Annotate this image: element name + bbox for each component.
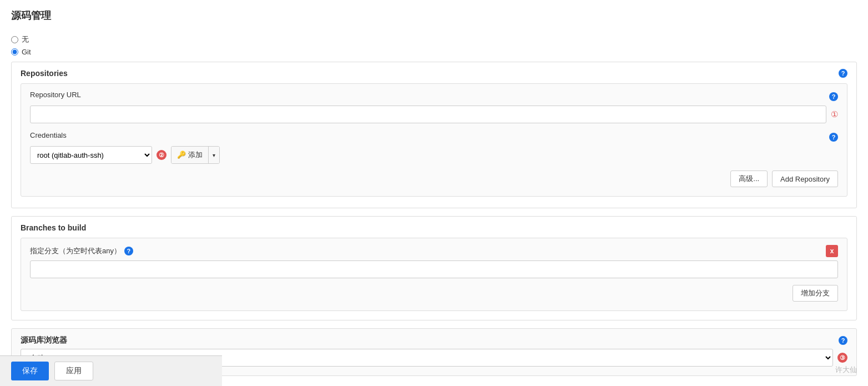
branch-field-header: 指定分支（为空时代表any） ? x xyxy=(30,245,838,257)
branches-label: Branches to build xyxy=(21,223,86,232)
add-branch-button[interactable]: 增加分支 xyxy=(793,285,838,302)
add-credentials-button[interactable]: 🔑 添加 ▾ xyxy=(171,146,220,164)
branch-label-row: 指定分支（为空时代表any） ? xyxy=(30,246,133,256)
branch-help-icon[interactable]: ? xyxy=(124,247,133,255)
advanced-button[interactable]: 高级... xyxy=(730,171,768,187)
source-browser-header: 源码库浏览器 ? xyxy=(21,335,847,345)
add-repository-button[interactable]: Add Repository xyxy=(772,171,838,187)
repositories-section: Repositories ? Repository URL ? git@192.… xyxy=(11,62,857,208)
radio-none[interactable]: 无 xyxy=(11,34,857,44)
page-wrapper: 源码管理 无 Git Repositories ? Repository URL… xyxy=(0,0,868,386)
apply-button[interactable]: 应用 xyxy=(54,362,93,380)
scm-radio-group: 无 Git xyxy=(11,34,857,56)
repo-url-help-icon[interactable]: ? xyxy=(829,92,838,101)
credentials-select[interactable]: root (qitlab-auth-ssh) - 无 - xyxy=(30,146,152,164)
repo-buttons-row: 高级... Add Repository xyxy=(30,171,838,187)
add-branch-row: 增加分支 xyxy=(30,285,838,302)
credentials-row: root (qitlab-auth-ssh) - 无 - ② 🔑 添加 ▾ xyxy=(30,146,838,164)
credentials-label: Credentials xyxy=(30,131,67,139)
branch-input[interactable]: */master xyxy=(30,260,838,278)
radio-git-label: Git xyxy=(22,48,31,56)
branches-header: Branches to build xyxy=(21,223,847,232)
save-button[interactable]: 保存 xyxy=(11,362,49,380)
repo-url-label: Repository URL xyxy=(30,91,81,99)
add-credentials-main[interactable]: 🔑 添加 xyxy=(171,147,209,163)
repo-url-input[interactable]: git@192.168.18.100:develop_group/springb… xyxy=(30,106,826,123)
radio-none-input[interactable] xyxy=(11,36,18,43)
radio-none-label: 无 xyxy=(22,34,29,44)
repositories-help-icon[interactable]: ? xyxy=(839,69,847,78)
source-browser-label: 源码库浏览器 xyxy=(21,335,67,345)
branches-section: Branches to build 指定分支（为空时代表any） ? x */m… xyxy=(11,216,857,320)
watermark: 许大仙 xyxy=(835,365,857,375)
source-browser-title-row: 源码库浏览器 xyxy=(21,335,67,345)
repositories-label: Repositories xyxy=(21,69,68,78)
repo-url-row: git@192.168.18.100:develop_group/springb… xyxy=(30,106,838,123)
repo-url-header: Repository URL ? xyxy=(30,91,838,102)
branches-box: 指定分支（为空时代表any） ? x */master 增加分支 xyxy=(21,238,847,311)
footer-bar: 保存 应用 xyxy=(0,355,222,386)
radio-git-input[interactable] xyxy=(11,48,18,56)
add-credentials-caret[interactable]: ▾ xyxy=(209,147,219,163)
repositories-box: Repository URL ? git@192.168.18.100:deve… xyxy=(21,83,847,197)
source-browser-badge: ③ xyxy=(837,353,847,363)
source-browser-help-icon[interactable]: ? xyxy=(839,336,847,345)
page-title: 源码管理 xyxy=(11,9,857,27)
repo-url-error-badge: ① xyxy=(831,109,838,119)
delete-branch-button[interactable]: x xyxy=(826,245,838,257)
radio-git[interactable]: Git xyxy=(11,48,857,56)
repositories-header: Repositories ? xyxy=(21,69,847,78)
cred-badge: ② xyxy=(157,150,166,160)
branch-field-label: 指定分支（为空时代表any） xyxy=(30,246,121,256)
credentials-help-icon[interactable]: ? xyxy=(829,133,838,142)
credentials-header: Credentials ? xyxy=(30,131,838,143)
